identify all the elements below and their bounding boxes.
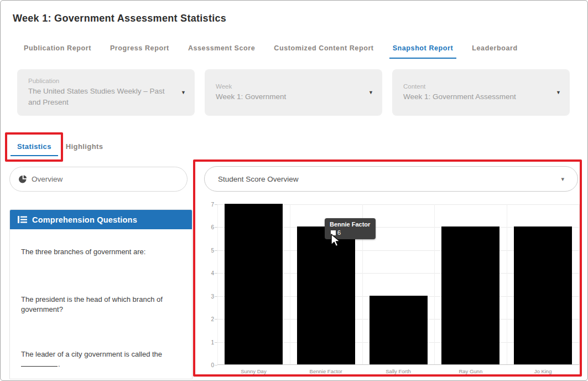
bar-bennie-factor[interactable] (297, 226, 355, 364)
chevron-down-icon: ▾ (561, 176, 564, 183)
tab-assessment-score[interactable]: Assessment Score (188, 44, 255, 54)
filter-label: Publication (28, 78, 176, 84)
gridline (290, 204, 290, 364)
chevron-down-icon: ▼ (181, 90, 186, 95)
active-subtab-underline (11, 155, 58, 156)
tab-highlights[interactable]: Highlights (66, 142, 103, 151)
chevron-down-icon: ▼ (556, 90, 561, 95)
y-tick-label: 2 (211, 316, 214, 322)
filter-value: Week 1: Government Assessment (403, 91, 551, 102)
filter-value: The United States Studies Weekly – Past … (28, 86, 176, 107)
tab-label: Snapshot Report (393, 44, 454, 52)
section-title: Comprehension Questions (32, 215, 137, 224)
question-suffix: . (58, 360, 60, 368)
x-axis-label: Sunny Day (217, 368, 290, 374)
comprehension-panel: Comprehension Questions The three branch… (9, 209, 192, 379)
subtab-label: Statistics (17, 142, 51, 151)
question-text-part: The leader of a city government is calle… (21, 350, 162, 358)
y-tick-label: 3 (211, 293, 214, 299)
comprehension-questions-header[interactable]: Comprehension Questions (10, 210, 192, 229)
questions-list: The three branches of government are: Th… (10, 229, 192, 369)
filter-label: Content (403, 83, 551, 90)
question-text: The leader of a city government is calle… (21, 349, 181, 369)
chart-plot (217, 204, 579, 365)
content-dropdown[interactable]: Content Week 1: Government Assessment ▼ (392, 69, 570, 116)
x-axis-label: Ray Gunn (434, 368, 507, 374)
x-axis-labels: Sunny DayBennie FactorSally ForthRay Gun… (217, 368, 579, 377)
y-tick-label: 0 (211, 362, 214, 368)
bar-sally-forth[interactable] (370, 296, 428, 364)
filter-bar: Publication The United States Studies We… (17, 69, 570, 116)
tab-customized-content-report[interactable]: Customized Content Report (274, 44, 373, 54)
gridline (217, 204, 218, 364)
gridline (434, 204, 435, 364)
x-axis-label: Sally Forth (362, 368, 435, 374)
week-dropdown[interactable]: Week Week 1: Government ▼ (205, 69, 382, 116)
app-window: Week 1: Government Assessment Statistics… (0, 0, 588, 381)
sidebar-item-overview[interactable]: Overview (9, 167, 188, 192)
tab-snapshot-report[interactable]: Snapshot Report (393, 44, 454, 54)
publication-dropdown[interactable]: Publication The United States Studies We… (17, 69, 195, 116)
page-title: Week 1: Government Assessment Statistics (13, 13, 226, 24)
tooltip-title: Bennie Factor (330, 221, 370, 228)
y-axis-labels: 01234567 (200, 204, 214, 365)
active-tab-underline (389, 58, 457, 59)
filter-value: Week 1: Government (216, 91, 363, 102)
bar-ray-gunn[interactable] (441, 226, 499, 364)
list-icon (18, 216, 27, 223)
y-tick (215, 365, 217, 365)
x-axis-label: Jo King (507, 368, 579, 374)
y-tick-label: 4 (211, 270, 214, 276)
mouse-cursor (329, 233, 342, 249)
question-text: The president is the head of which branc… (21, 295, 181, 315)
tab-publication-report[interactable]: Publication Report (24, 44, 91, 54)
blank-line (21, 360, 58, 367)
bar-jo-king[interactable] (514, 226, 572, 364)
view-subtabs: Statistics Highlights (17, 142, 103, 151)
y-tick-label: 5 (211, 247, 214, 253)
tab-statistics[interactable]: Statistics (17, 142, 51, 151)
student-score-chart: 01234567 Sunny DayBennie FactorSally For… (200, 201, 581, 379)
chevron-down-icon: ▼ (368, 90, 373, 95)
bar-sunny-day[interactable] (225, 204, 283, 364)
pie-chart-icon (19, 175, 27, 183)
question-text: The three branches of government are: (21, 247, 181, 257)
y-tick-label: 1 (211, 339, 214, 345)
y-tick-label: 7 (211, 202, 214, 208)
gridline (579, 204, 580, 364)
chart-view-selected-value: Student Score Overview (218, 175, 299, 183)
chart-view-select[interactable]: Student Score Overview ▾ (204, 166, 578, 192)
y-tick-label: 6 (211, 224, 214, 230)
filter-label: Week (216, 83, 363, 90)
tab-progress-report[interactable]: Progress Report (110, 44, 169, 54)
report-tabs: Publication Report Progress Report Asses… (24, 44, 518, 54)
overview-label: Overview (32, 175, 63, 183)
tab-leaderboard[interactable]: Leaderboard (472, 44, 517, 54)
x-axis-label: Bennie Factor (290, 368, 362, 374)
gridline (507, 204, 507, 364)
